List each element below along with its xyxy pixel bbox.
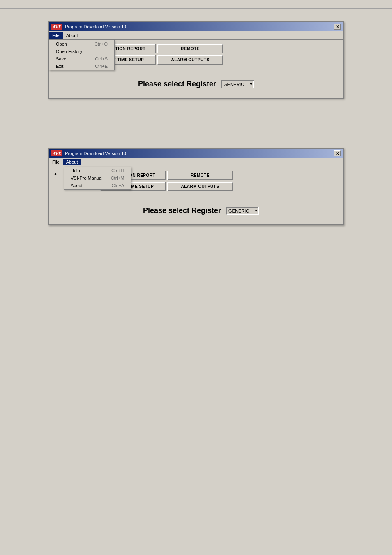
about-menu-2[interactable]: About: [63, 159, 81, 165]
openhistory-label: Open History: [56, 49, 82, 54]
close-button-2[interactable]: ✕: [334, 150, 341, 156]
open-shortcut: Ctrl+O: [95, 42, 108, 46]
vsipro-shortcut: Ctrl+M: [111, 176, 125, 180]
window-gap: [0, 115, 392, 148]
register-select-2[interactable]: GENERIC: [226, 207, 259, 215]
window-title-1: Program Download Version 1.0: [65, 24, 127, 29]
register-area-2: Please select Register GENERIC ▼: [62, 200, 340, 221]
close-button-1[interactable]: ✕: [334, 24, 341, 30]
app-logo-2: AVE: [51, 150, 62, 156]
titlebar-left-1: AVE Program Download Version 1.0: [51, 24, 127, 30]
file-menu-2[interactable]: File: [49, 159, 63, 165]
save-label: Save: [56, 56, 66, 61]
btn-group-right-1: REMOTE ALARM OUTPUTS: [157, 43, 224, 65]
help-shortcut: Ctrl+H: [111, 168, 124, 173]
menu-exit-1[interactable]: Exit Ctrl+E: [49, 62, 114, 70]
file-dropdown-1: Open Ctrl+O Open History Save Ctrl+S Exi…: [49, 40, 115, 70]
file-menu-1[interactable]: File: [49, 32, 63, 39]
select-wrapper-1: GENERIC ▼: [221, 80, 254, 88]
menubar-2: File About Help Ctrl+H VSI-Pro Manual Ct…: [49, 158, 343, 166]
vsipro-label: VSI-Pro Manual: [71, 176, 103, 180]
register-label-2: Please select Register: [143, 206, 221, 215]
titlebar-2: AVE Program Download Version 1.0 ✕: [49, 149, 343, 158]
register-area-1: Please select Register GENERIC ▼: [52, 74, 340, 95]
scroll-area-2: ▲: [52, 170, 59, 221]
titlebar-left-2: AVE Program Download Version 1.0: [51, 150, 127, 156]
menu-open-1[interactable]: Open Ctrl+O: [49, 40, 114, 48]
titlebar-1: AVE Program Download Version 1.0 ✕: [49, 22, 343, 31]
menu-openhistory-1[interactable]: Open History: [49, 48, 114, 55]
alarm-outputs-btn-2[interactable]: ALARM OUTPUTS: [167, 182, 233, 191]
btn-group-right-2: REMOTE ALARM OUTPUTS: [166, 170, 234, 192]
save-shortcut: Ctrl+S: [95, 56, 108, 61]
exit-shortcut: Ctrl+E: [95, 64, 108, 69]
menu-save-1[interactable]: Save Ctrl+S: [49, 55, 114, 62]
open-label: Open: [56, 42, 67, 46]
window-1: AVE Program Download Version 1.0 ✕ File …: [48, 21, 344, 99]
menubar-1: File About Open Ctrl+O Open History Save…: [49, 31, 343, 40]
help-label: Help: [71, 168, 80, 173]
about-dropdown-2: Help Ctrl+H VSI-Pro Manual Ctrl+M About …: [64, 167, 131, 190]
about-menu-1[interactable]: About: [63, 32, 81, 39]
top-separator: [0, 8, 392, 9]
menu-help-2[interactable]: Help Ctrl+H: [64, 167, 131, 174]
about-label: About: [71, 183, 83, 188]
exit-label: Exit: [56, 64, 63, 69]
menu-about-2[interactable]: About Ctrl+A: [64, 182, 131, 189]
select-wrapper-2: GENERIC ▼: [226, 207, 259, 215]
about-shortcut: Ctrl+A: [111, 183, 124, 188]
app-logo-1: AVE: [51, 24, 62, 30]
window-title-2: Program Download Version 1.0: [65, 151, 127, 156]
alarm-outputs-btn-1[interactable]: ALARM OUTPUTS: [157, 55, 223, 65]
scroll-up-2[interactable]: ▲: [53, 171, 58, 176]
menu-vsipromanual-2[interactable]: VSI-Pro Manual Ctrl+M: [64, 174, 131, 182]
window-2: AVE Program Download Version 1.0 ✕ File …: [48, 148, 344, 225]
remote-btn-1[interactable]: REMOTE: [157, 44, 223, 53]
register-label-1: Please select Register: [138, 80, 216, 88]
page-wrapper: AVE Program Download Version 1.0 ✕ File …: [0, 0, 392, 555]
remote-btn-2[interactable]: REMOTE: [167, 171, 233, 180]
register-select-1[interactable]: GENERIC: [221, 80, 254, 88]
